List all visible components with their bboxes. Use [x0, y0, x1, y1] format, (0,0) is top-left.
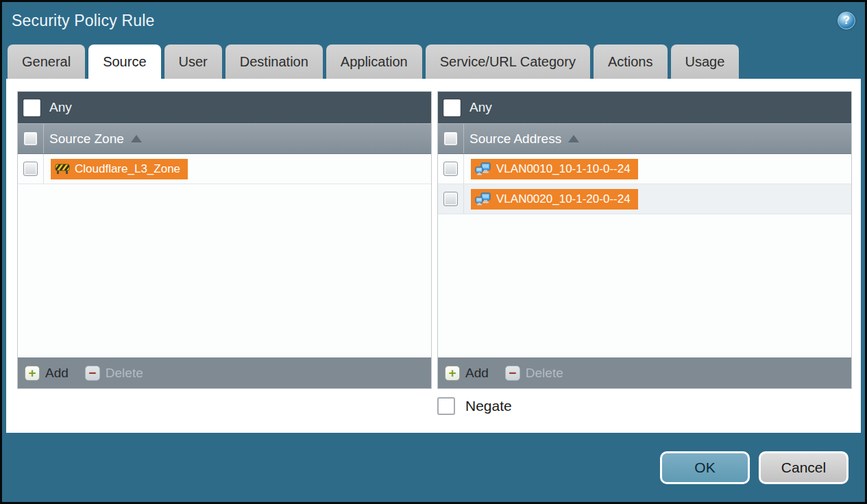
row-checkbox-cell: [18, 154, 44, 184]
tab-actions[interactable]: Actions: [594, 45, 668, 79]
table-row[interactable]: VLAN0020_10-1-20-0--24: [438, 184, 851, 214]
delete-button-label: Delete: [106, 366, 143, 381]
source-zone-any-label: Any: [49, 100, 72, 115]
source-address-footer: + Add − Delete: [438, 357, 851, 388]
panels-container: Any Source Zone: [17, 91, 861, 389]
cancel-button[interactable]: Cancel: [759, 451, 848, 484]
ok-button[interactable]: OK: [660, 451, 750, 484]
tab-application[interactable]: Application: [326, 45, 422, 79]
add-button[interactable]: + Add: [445, 366, 489, 381]
sort-ascending-icon: [131, 135, 142, 142]
tab-destination[interactable]: Destination: [225, 45, 323, 79]
security-policy-rule-dialog: Security Policy Rule ? General Source Us…: [0, 0, 867, 504]
address-item-label: VLAN0010_10-1-10-0--24: [496, 162, 631, 176]
negate-checkbox[interactable]: [437, 397, 455, 415]
source-zone-any-bar: Any: [18, 92, 431, 123]
add-button-label: Add: [465, 366, 489, 381]
row-checkbox[interactable]: [443, 162, 458, 176]
zone-item-label: Cloudflare_L3_Zone: [75, 162, 180, 176]
header-checkbox-cell: [18, 124, 44, 153]
tab-general[interactable]: General: [8, 45, 85, 79]
zone-item-chip[interactable]: Cloudflare_L3_Zone: [51, 159, 188, 179]
titlebar: Security Policy Rule ?: [2, 2, 865, 39]
source-address-select-all-checkbox[interactable]: [443, 131, 458, 146]
tab-bar: General Source User Destination Applicat…: [2, 39, 865, 79]
table-row[interactable]: VLAN0010_10-1-10-0--24: [438, 154, 851, 184]
delete-button-label: Delete: [526, 366, 563, 381]
source-address-rows: VLAN0010_10-1-10-0--24: [438, 154, 851, 357]
row-checkbox-cell: [438, 184, 464, 214]
tab-source[interactable]: Source: [88, 45, 160, 79]
add-icon: +: [25, 366, 40, 381]
source-address-any-checkbox[interactable]: [443, 99, 461, 116]
add-icon: +: [445, 366, 460, 381]
source-zone-column-header[interactable]: Source Zone: [18, 123, 431, 154]
add-button-label: Add: [45, 366, 69, 381]
header-checkbox-cell: [438, 124, 464, 153]
source-zone-select-all-checkbox[interactable]: [23, 131, 38, 146]
dialog-title: Security Policy Rule: [12, 12, 155, 30]
row-checkbox[interactable]: [443, 192, 458, 206]
add-button[interactable]: + Add: [25, 366, 69, 381]
dialog-footer: OK Cancel: [2, 433, 865, 502]
source-zone-column-label: Source Zone: [49, 131, 124, 147]
source-address-column-label: Source Address: [469, 131, 561, 147]
source-zone-panel: Any Source Zone: [17, 91, 432, 389]
source-zone-rows: Cloudflare_L3_Zone: [18, 154, 431, 357]
delete-button[interactable]: − Delete: [505, 366, 563, 381]
sort-ascending-icon: [568, 135, 579, 142]
source-address-any-label: Any: [469, 100, 492, 115]
row-checkbox[interactable]: [23, 162, 38, 176]
source-address-column-header[interactable]: Source Address: [438, 123, 851, 154]
network-icon: [475, 192, 491, 205]
delete-icon: −: [85, 366, 100, 381]
source-zone-any-checkbox[interactable]: [23, 99, 40, 116]
negate-label: Negate: [465, 398, 512, 414]
delete-button[interactable]: − Delete: [85, 366, 143, 381]
tab-usage[interactable]: Usage: [671, 45, 740, 79]
tab-user[interactable]: User: [164, 45, 222, 79]
row-checkbox-cell: [438, 154, 464, 184]
source-zone-footer: + Add − Delete: [18, 357, 431, 388]
delete-icon: −: [505, 366, 520, 381]
negate-row: Negate: [437, 397, 861, 415]
address-item-label: VLAN0020_10-1-20-0--24: [496, 192, 631, 206]
source-tab-content: Any Source Zone: [6, 79, 861, 433]
tab-service-url-category[interactable]: Service/URL Category: [426, 45, 590, 79]
address-item-chip[interactable]: VLAN0010_10-1-10-0--24: [471, 159, 638, 179]
table-row[interactable]: Cloudflare_L3_Zone: [18, 154, 431, 184]
address-item-chip[interactable]: VLAN0020_10-1-20-0--24: [471, 189, 638, 210]
source-address-panel: Any Source Address: [437, 91, 852, 389]
source-address-any-bar: Any: [438, 92, 851, 123]
zone-icon: [55, 163, 70, 175]
help-icon[interactable]: ?: [838, 12, 855, 29]
network-icon: [475, 162, 491, 175]
